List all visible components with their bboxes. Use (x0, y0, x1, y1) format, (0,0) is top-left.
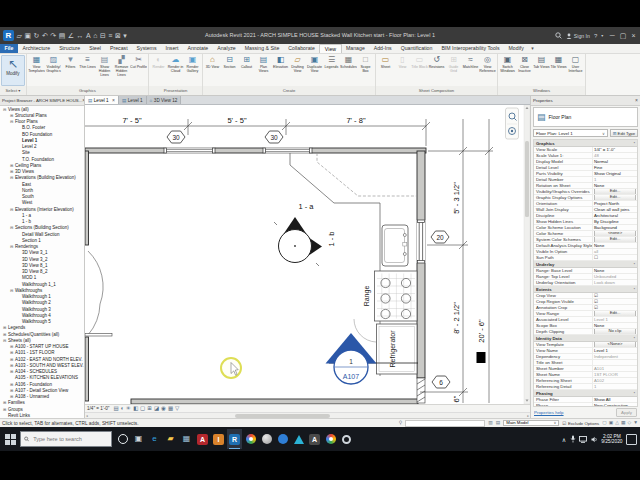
tile-views-tool[interactable]: ▦Tile Views (550, 55, 567, 86)
property-value[interactable]: Edit... (593, 195, 637, 200)
taskbar-app-cortana[interactable] (115, 429, 130, 449)
property-value[interactable]: None (593, 183, 637, 188)
search-icon[interactable] (555, 32, 562, 39)
property-edit-button[interactable]: No clip (594, 329, 636, 334)
property-value[interactable]: By Discipline (593, 219, 637, 224)
ribbon-tab-massing-site[interactable]: Massing & Site (240, 44, 284, 53)
dimension-text[interactable]: 8' - 2 1/2" (452, 302, 461, 334)
action-center-icon[interactable] (626, 434, 637, 445)
maximize-button[interactable]: ▢ (617, 32, 629, 39)
property-value[interactable]: Edit... (593, 311, 637, 316)
property-value[interactable]: ☑ (593, 293, 637, 298)
property-value[interactable]: None (593, 243, 637, 248)
dimension-text[interactable]: 20' - 6" (477, 319, 486, 343)
view-reference-tool[interactable]: ◎View Reference (479, 55, 496, 86)
property-checkbox[interactable]: ☑ (594, 299, 598, 304)
help-icon[interactable]: ? (594, 33, 597, 39)
temporary-hide-isolate-icon[interactable]: ◪ (154, 405, 159, 412)
property-value[interactable]: None (593, 323, 637, 328)
modify-tool[interactable]: ↖Modify (1, 55, 25, 86)
show-constraints-icon[interactable]: ▽ (175, 405, 179, 412)
elevation-tool[interactable]: ◧Elevation (272, 55, 289, 86)
window-tag[interactable]: 30 (167, 131, 185, 143)
property-value[interactable] (593, 360, 637, 365)
section-collapse-icon[interactable]: ▪ (634, 262, 635, 266)
properties-section-phasing[interactable]: Phasing▪ (534, 390, 637, 397)
sun-path-icon[interactable]: ☀ (126, 405, 131, 412)
ribbon-tab-file[interactable]: File (0, 44, 18, 53)
taskbar-app-task-view[interactable]: ▣ (131, 429, 146, 449)
remove-hidden-lines-tool[interactable]: ▞Remove Hidden Lines (113, 55, 130, 86)
taskbar-app-app-sphere-gray[interactable] (259, 429, 274, 449)
dimension-text[interactable]: 7' - 5" (122, 116, 141, 125)
property-value[interactable]: 1ST FLOOR (593, 372, 637, 377)
view-templates-tool[interactable]: ▦View Templates (28, 55, 45, 86)
taskbar-app-app-sphere-2[interactable] (323, 429, 338, 449)
refrigerator[interactable] (377, 324, 418, 374)
tray-mic-icon[interactable] (570, 435, 576, 443)
close-inactive-tool[interactable]: ⊠Close Inactive (516, 55, 533, 86)
view-tab-level-1[interactable]: ▤Level 1× (85, 96, 119, 104)
property-value[interactable]: No clip (593, 329, 637, 334)
property-value[interactable]: <none> (593, 231, 637, 236)
range[interactable] (375, 271, 418, 321)
tree-item[interactable]: ⊞A102 - EAST AND NORTH ELEV. (0, 356, 84, 362)
help-menu-chevron-icon[interactable]: ▾ (601, 33, 603, 38)
property-value[interactable]: 48 (593, 153, 637, 158)
filters-tool[interactable]: ▼Filters (62, 55, 79, 86)
select-underlay-toggle-icon[interactable]: ▣ (609, 419, 614, 427)
scope-box-tool[interactable]: □Scope Box (357, 55, 374, 86)
render-in-cloud-tool[interactable]: ☁Render in Cloud (167, 55, 184, 86)
property-value[interactable]: Independent (593, 354, 637, 359)
close-project-browser-icon[interactable]: × (82, 96, 84, 105)
taskbar-clock[interactable]: 2:02 PM 9/25/2020 (601, 434, 622, 445)
dimension-text[interactable]: 6" (452, 395, 461, 402)
door-tag[interactable]: 6 (432, 376, 450, 388)
worksets-icon[interactable]: ▥ (488, 419, 493, 427)
detail-level-icon[interactable]: ▤ (113, 405, 118, 412)
elevation-label-b[interactable]: 1 - b (327, 231, 336, 246)
ribbon-tab-systems[interactable]: Systems (132, 44, 161, 53)
shadows-icon[interactable]: ◧ (133, 405, 138, 412)
ribbon-tab-architecture[interactable]: Architecture (18, 44, 55, 53)
view-tool[interactable]: ▯View (394, 55, 411, 86)
ribbon-tab-manage[interactable]: Manage (342, 44, 370, 53)
taskbar-app-app-triangle[interactable] (291, 429, 306, 449)
property-value[interactable]: 1 (593, 384, 637, 389)
reveal-hidden-elements-icon[interactable]: ◉ (161, 405, 166, 412)
taskbar-app-inventor[interactable]: I (211, 429, 226, 449)
select-links-toggle-icon[interactable]: ▢ (602, 419, 607, 427)
property-value[interactable]: None (593, 268, 637, 273)
tree-item[interactable]: ⊟Elevations (Building Elevation) (0, 175, 84, 181)
tray-volume-icon[interactable] (591, 436, 598, 443)
window-tag[interactable]: 30 (265, 131, 283, 143)
tree-item[interactable]: ⊟Elevations (Interior Elevation) (0, 206, 84, 212)
revisions-tool[interactable]: ↺Revisions (428, 55, 445, 86)
crop-view-icon[interactable]: ▢ (140, 405, 145, 412)
duplicate-view-tool[interactable]: ▣Duplicate View (306, 55, 323, 86)
property-value[interactable]: 1/4" = 1'-0" (593, 147, 637, 152)
property-value[interactable]: ☐ (593, 255, 637, 260)
close-properties-icon[interactable]: × (635, 96, 638, 105)
property-checkbox[interactable]: ☑ (594, 293, 598, 298)
properties-section-extents[interactable]: Extents▪ (534, 286, 637, 293)
dimension-text[interactable]: 5' - 5" (227, 116, 246, 125)
view-tab-level-1[interactable]: ▤Level 1 (119, 96, 147, 104)
taskbar-app-app-blue-dot[interactable] (275, 429, 290, 449)
ribbon-tab-collaborate[interactable]: Collaborate (284, 44, 320, 53)
property-value[interactable]: Unbounded (593, 274, 637, 279)
switch-windows-tool[interactable]: ▣Switch Windows (499, 55, 516, 86)
start-button[interactable] (3, 432, 17, 446)
property-edit-button[interactable]: <None> (594, 342, 636, 347)
close-button[interactable]: × (629, 32, 638, 39)
ribbon-options-chevron-icon[interactable]: ▾ (528, 44, 537, 53)
select-pinned-toggle-icon[interactable]: △ (615, 419, 619, 427)
guide-grid-tool[interactable]: ⊞Guide Grid (445, 55, 462, 86)
property-value[interactable]: Fine (593, 165, 637, 170)
selection-filter-icon[interactable]: ▼ (633, 419, 638, 427)
property-value[interactable]: Normal (593, 159, 637, 164)
drawing-canvas[interactable]: Range Refrigerator (85, 105, 530, 404)
project-browser-header[interactable]: Project Browser - ARCH SIMPLE HOUS... × (0, 96, 84, 106)
properties-section-identity-data[interactable]: Identity Data▪ (534, 335, 637, 342)
property-value[interactable]: A101 (593, 366, 637, 371)
